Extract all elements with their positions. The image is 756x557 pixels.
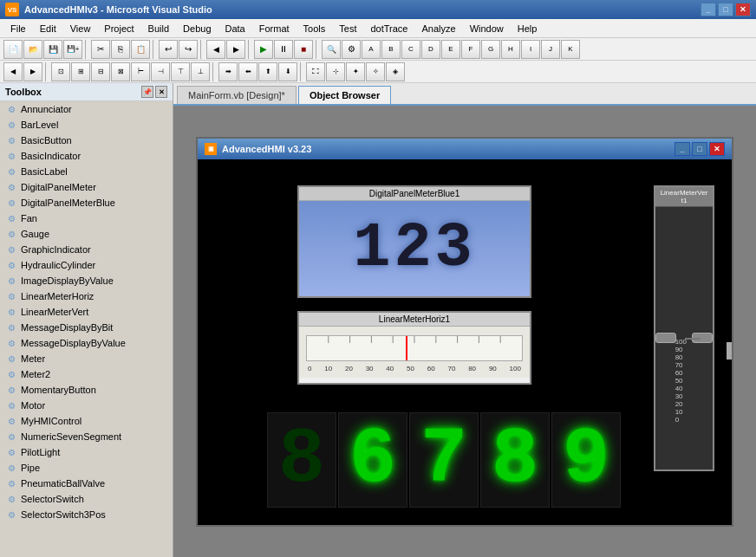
tb-btn-k[interactable]: K (561, 40, 580, 59)
dw-minimize-button[interactable]: _ (675, 142, 690, 156)
toolbox-item[interactable]: ⚙Fan (0, 210, 173, 226)
menu-tools[interactable]: Tools (297, 22, 333, 36)
menu-view[interactable]: View (63, 22, 98, 36)
maximize-button[interactable]: □ (718, 3, 733, 16)
toolbox-item[interactable]: ⚙LinearMeterHoriz (0, 288, 173, 304)
menu-help[interactable]: Help (511, 22, 544, 36)
toolbox-item[interactable]: ⚙BarLevel (0, 117, 173, 133)
tb-btn-i[interactable]: I (521, 40, 540, 59)
close-button[interactable]: ✕ (735, 3, 751, 16)
tb2-btn-p[interactable]: ⊹ (326, 62, 345, 81)
menu-file[interactable]: File (3, 22, 33, 36)
tb2-btn-e[interactable]: ⊟ (91, 62, 110, 81)
tb-btn-a[interactable]: A (362, 40, 381, 59)
copy-button[interactable] (111, 40, 130, 59)
start-button[interactable] (254, 40, 273, 59)
linear-meter-horiz[interactable]: LinearMeterHoriz1 (297, 311, 531, 385)
save-button[interactable] (43, 40, 62, 59)
digital-panel-meter-blue[interactable]: DigitalPanelMeterBlue1 123 (297, 185, 531, 298)
toolbox-item[interactable]: ⚙DigitalPanelMeterBlue (0, 195, 173, 210)
toolbox-item[interactable]: ⚙SelectorSwitch (0, 491, 173, 507)
toolbox-close-button[interactable]: ✕ (155, 86, 167, 98)
menu-data[interactable]: Data (218, 22, 252, 36)
menu-test[interactable]: Test (332, 22, 363, 36)
tb-btn-c[interactable]: C (401, 40, 420, 59)
seven-segment-display[interactable]: 8 6 7 8 9 (267, 412, 621, 508)
tab-mainform[interactable]: MainForm.vb [Design]* (177, 86, 297, 104)
tab-objectbrowser[interactable]: Object Browser (298, 86, 391, 104)
toolbox-item[interactable]: ⚙GraphicIndicator (0, 242, 173, 257)
tb2-btn-g[interactable]: ⊢ (131, 62, 150, 81)
toolbox-item[interactable]: ⚙BasicButton (0, 133, 173, 148)
open-button[interactable] (23, 40, 42, 59)
menu-analyze[interactable]: Analyze (414, 22, 462, 36)
tb-btn-e[interactable]: E (441, 40, 460, 59)
toolbox-item[interactable]: ⚙DigitalPanelMeter (0, 179, 173, 195)
tb2-btn-l[interactable]: ⬅ (238, 62, 257, 81)
tb2-btn-b[interactable]: ▶ (23, 62, 42, 81)
tb-btn-f[interactable]: F (461, 40, 480, 59)
toolbox-item[interactable]: ⚙Meter2 (0, 366, 173, 382)
toolbox-pin-button[interactable]: 📌 (141, 86, 153, 98)
toolbox-item[interactable]: ⚙SelectorSwitch3Pos (0, 507, 173, 522)
tb2-btn-q[interactable]: ✦ (346, 62, 365, 81)
tb-btn-g[interactable]: G (481, 40, 500, 59)
menu-debug[interactable]: Debug (176, 22, 218, 36)
tb2-btn-i[interactable]: ⊤ (171, 62, 190, 81)
toolbox-item[interactable]: ⚙PneumaticBallValve (0, 476, 173, 491)
tb2-btn-f[interactable]: ⊠ (111, 62, 130, 81)
toolbox-item[interactable]: ⚙ImageDisplayByValue (0, 273, 173, 288)
toolbox-item[interactable]: ⚙MessageDisplayByValue (0, 335, 173, 351)
tb-btn-b[interactable]: B (381, 40, 401, 59)
tb-btn-d[interactable]: D (421, 40, 440, 59)
toolbox-item[interactable]: ⚙BasicLabel (0, 164, 173, 179)
paste-button[interactable] (131, 40, 150, 59)
redo-button[interactable] (179, 40, 198, 59)
cut-button[interactable] (91, 40, 110, 59)
tb2-btn-c[interactable]: ⊡ (51, 62, 70, 81)
back-button[interactable]: ◀ (206, 40, 225, 59)
menu-window[interactable]: Window (463, 22, 511, 36)
tb2-btn-m[interactable]: ⬆ (258, 62, 277, 81)
tb-btn-h[interactable]: H (501, 40, 520, 59)
toolbox-item[interactable]: ⚙MomentaryButton (0, 382, 173, 398)
menu-dottrace[interactable]: dotTrace (363, 22, 414, 36)
search-button[interactable] (322, 40, 341, 59)
toolbox-item[interactable]: ⚙BasicIndicator (0, 148, 173, 164)
tb2-btn-k[interactable]: ➡ (218, 62, 238, 81)
dw-maximize-button[interactable]: □ (692, 142, 707, 156)
menu-format[interactable]: Format (252, 22, 297, 36)
toolbox-item[interactable]: ⚙Meter (0, 351, 173, 366)
toolbox-item[interactable]: ⚙MyHMIControl (0, 413, 173, 429)
toolbox-item[interactable]: ⚙Annunciator (0, 101, 173, 117)
tb2-btn-o[interactable]: ⛶ (306, 62, 325, 81)
menu-project[interactable]: Project (97, 22, 140, 36)
menu-edit[interactable]: Edit (33, 22, 63, 36)
toolbox-item[interactable]: ⚙NumericSevenSegment (0, 429, 173, 444)
toolbox-item[interactable]: ⚙Pipe (0, 460, 173, 476)
tb2-btn-j[interactable]: ⊥ (191, 62, 210, 81)
undo-button[interactable] (159, 40, 178, 59)
tb2-btn-h[interactable]: ⊣ (151, 62, 170, 81)
stop-button[interactable] (294, 40, 313, 59)
linear-meter-vert[interactable]: LinearMeterVer t1 (654, 185, 714, 471)
tb2-btn-a[interactable]: ◀ (3, 62, 23, 81)
dw-close-button[interactable]: ✕ (709, 142, 725, 156)
minimize-button[interactable]: _ (701, 3, 716, 16)
new-button[interactable] (3, 40, 23, 59)
toolbox-item[interactable]: ⚙PilotLight (0, 444, 173, 460)
settings-button[interactable] (342, 40, 361, 59)
tb-btn-j[interactable]: J (541, 40, 560, 59)
toolbox-item[interactable]: ⚙HydraulicCylinder (0, 257, 173, 273)
save-all-button[interactable]: 💾+ (63, 40, 82, 59)
tb2-btn-n[interactable]: ⬇ (278, 62, 297, 81)
pause-button[interactable] (274, 40, 293, 59)
toolbox-item[interactable]: ⚙LinearMeterVert (0, 304, 173, 320)
forward-button[interactable]: ▶ (226, 40, 245, 59)
toolbox-item[interactable]: ⚙Gauge (0, 226, 173, 242)
tb2-btn-r[interactable]: ✧ (366, 62, 385, 81)
tb2-btn-s[interactable]: ◈ (386, 62, 405, 81)
toolbox-item[interactable]: ⚙MessageDisplayByBit (0, 320, 173, 335)
toolbox-item[interactable]: ⚙Motor (0, 398, 173, 413)
resize-handle[interactable] (727, 342, 732, 359)
